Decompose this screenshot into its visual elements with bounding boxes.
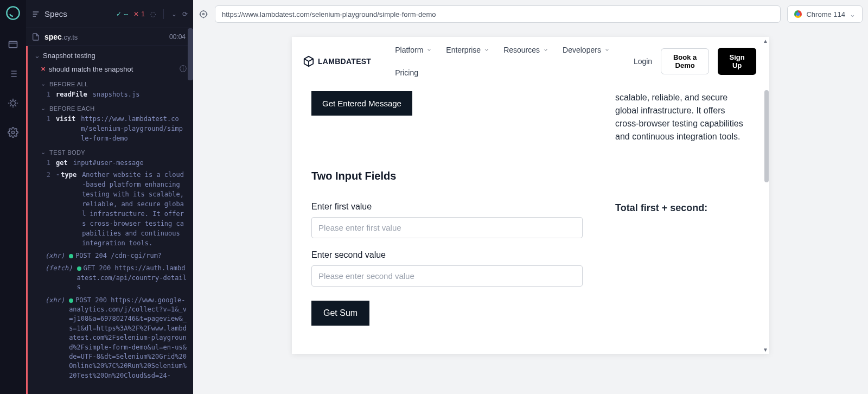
chevron-down-icon: [543, 47, 548, 53]
spec-ext: .cy.ts: [62, 33, 78, 41]
nav-pricing[interactable]: Pricing: [395, 68, 418, 77]
first-value-label: Enter first value: [311, 202, 583, 212]
page-right-column: scalable, reliable, and secure global in…: [615, 91, 750, 326]
second-value-label: Enter second value: [311, 250, 583, 260]
reload-icon[interactable]: ⟳: [182, 10, 188, 18]
nav-enterprise[interactable]: Enterprise: [446, 46, 489, 54]
logo-icon: [303, 55, 315, 67]
svg-rect-1: [9, 41, 17, 48]
fail-icon: ✕: [41, 66, 46, 73]
hook-test-body[interactable]: ⌄ TEST BODY: [31, 144, 190, 157]
svg-point-5: [203, 14, 205, 15]
svg-point-3: [12, 131, 15, 134]
caret-down-icon: ⌄: [41, 149, 46, 156]
chevron-down-icon[interactable]: ⌄: [171, 10, 177, 18]
settings-icon[interactable]: [8, 127, 18, 138]
get-sum-button[interactable]: Get Sum: [311, 301, 369, 326]
command-row[interactable]: 1 visit https://www.lambdatest.com/selen…: [31, 113, 190, 144]
specs-label[interactable]: Specs: [44, 9, 112, 18]
aut-area: https://www.lambdatest.com/selenium-play…: [193, 0, 868, 394]
scrollbar-thumb[interactable]: [764, 90, 769, 182]
spec-name: spec: [44, 33, 62, 41]
book-demo-button[interactable]: Book a Demo: [661, 48, 709, 74]
reporter-header: Specs ✓ -- ✕ 1 ◌ ⌄ ⟳: [26, 0, 193, 28]
xhr-log[interactable]: (xhr) POST 204 /cdn-cgi/rum?: [31, 249, 190, 262]
aut-viewport: ▲ ▼ LAMBDATEST Platform Ent: [193, 28, 868, 394]
pass-count: ✓ --: [116, 10, 128, 18]
cypress-logo-icon: [5, 5, 21, 21]
nav-right: Login Book a Demo Sign Up: [634, 48, 756, 75]
signup-button[interactable]: Sign Up: [718, 48, 756, 75]
pending-icon: ◌: [150, 10, 156, 18]
xhr-log[interactable]: (xhr) POST 200 https://www.google-analyt…: [31, 294, 190, 382]
bug-icon[interactable]: [8, 98, 18, 109]
nav-platform[interactable]: Platform: [395, 46, 432, 54]
get-entered-message-button[interactable]: Get Entered Message: [311, 91, 412, 116]
scrollbar-track[interactable]: [764, 47, 769, 344]
two-input-fields-heading: Two Input Fields: [311, 170, 583, 182]
output-paragraph: scalable, reliable, and secure global in…: [615, 91, 750, 143]
chevron-down-icon: [604, 47, 610, 53]
spec-file-row[interactable]: spec.cy.ts 00:04: [26, 28, 193, 46]
lambdatest-logo[interactable]: LAMBDATEST: [303, 55, 371, 67]
chevron-down-icon: [484, 47, 489, 53]
svg-point-4: [200, 11, 207, 17]
aut-iframe: ▲ ▼ LAMBDATEST Platform Ent: [292, 37, 769, 354]
caret-down-icon: ⌄: [41, 80, 46, 87]
list-icon[interactable]: [8, 68, 18, 79]
caret-down-icon: ⌄: [41, 105, 46, 112]
test-row[interactable]: ✕ should match the snapshot ⓘ: [31, 62, 190, 76]
nav-resources[interactable]: Resources: [503, 46, 548, 54]
url-input[interactable]: https://www.lambdatest.com/selenium-play…: [215, 5, 781, 23]
selector-playground-icon[interactable]: [199, 9, 208, 19]
nav-center: Platform Enterprise Resources Developers…: [384, 46, 621, 77]
nav-developers[interactable]: Developers: [563, 46, 610, 54]
page-left-column: Get Entered Message Two Input Fields Ent…: [311, 91, 583, 326]
command-row[interactable]: 1 readFile snapshots.js: [31, 88, 190, 100]
command-row[interactable]: 2 type Another website is a cloud-based …: [31, 169, 190, 249]
fail-count: ✕ 1: [133, 10, 145, 18]
chevron-down-icon: [426, 47, 432, 53]
first-value-input[interactable]: [311, 217, 583, 238]
scroll-up-icon[interactable]: ▲: [763, 38, 768, 44]
info-icon[interactable]: ⓘ: [180, 64, 187, 74]
browser-selector[interactable]: Chrome 114 ⌄: [787, 5, 863, 23]
address-bar: https://www.lambdatest.com/selenium-play…: [193, 0, 868, 28]
chrome-icon: [794, 10, 802, 18]
scroll-down-icon[interactable]: ▼: [763, 347, 768, 353]
hook-before-all[interactable]: ⌄ BEFORE ALL: [31, 76, 190, 88]
describe-block[interactable]: ⌄ Snapshot testing: [31, 49, 190, 62]
second-value-input[interactable]: [311, 265, 583, 287]
page-root: LAMBDATEST Platform Enterprise Resources…: [292, 37, 769, 354]
spec-duration: 00:04: [169, 33, 186, 41]
svg-point-2: [11, 101, 15, 105]
cypress-icon-rail: [0, 0, 26, 394]
describe-title: Snapshot testing: [43, 52, 95, 60]
test-title: should match the snapshot: [49, 65, 133, 73]
command-row[interactable]: 1 get input#user-message: [31, 157, 190, 169]
chevron-down-icon: ⌄: [850, 10, 856, 18]
site-nav: LAMBDATEST Platform Enterprise Resources…: [292, 37, 769, 81]
window-icon[interactable]: [8, 39, 18, 50]
svg-point-0: [7, 7, 19, 19]
xhr-log[interactable]: (fetch) GET 200 https://auth.lambdatest.…: [31, 262, 190, 293]
hook-before-each[interactable]: ⌄ BEFORE EACH: [31, 100, 190, 113]
caret-down-icon: ⌄: [34, 52, 40, 60]
file-icon: [31, 33, 40, 41]
login-link[interactable]: Login: [634, 57, 652, 66]
total-label: Total first + second:: [615, 201, 750, 215]
reporter-body: ⌄ Snapshot testing ✕ should match the sn…: [26, 46, 193, 394]
reporter-panel: Specs ✓ -- ✕ 1 ◌ ⌄ ⟳ spec.cy.ts 00:04 ⌄ …: [26, 0, 193, 394]
page-body: Get Entered Message Two Input Fields Ent…: [292, 81, 769, 335]
chevron-left-icon[interactable]: [31, 10, 40, 18]
